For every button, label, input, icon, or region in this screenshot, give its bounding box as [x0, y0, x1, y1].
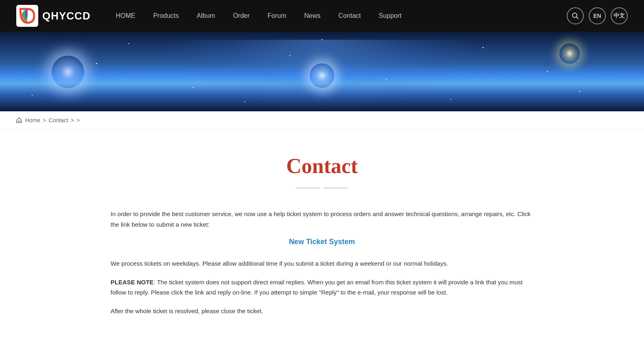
new-ticket-link[interactable]: New Ticket System [111, 238, 533, 246]
star-burst-center [310, 63, 334, 88]
page-title: Contact [111, 154, 533, 178]
search-button[interactable] [567, 7, 584, 24]
breadcrumb-sep1: > [43, 117, 46, 123]
nav-order[interactable]: Order [224, 0, 259, 32]
breadcrumb-contact[interactable]: Contact [49, 117, 68, 123]
home-breadcrumb-icon [16, 117, 22, 123]
nav-news[interactable]: News [295, 0, 329, 32]
breadcrumb-sep2: > [71, 117, 74, 123]
please-note-label: PLEASE NOTE [111, 279, 154, 286]
main-nav: HOME Products Album Order Forum News Con… [107, 0, 567, 32]
hero-banner [0, 32, 644, 111]
please-note-paragraph: PLEASE NOTE: The ticket system does not … [111, 277, 533, 298]
search-icon [572, 12, 579, 19]
weekday-note: We process tickets on weekdays. Please a… [111, 258, 533, 269]
nav-contact[interactable]: Contact [329, 0, 370, 32]
star-burst-right [559, 43, 580, 64]
breadcrumb: Home > Contact > > [0, 111, 644, 130]
breadcrumb-home[interactable]: Home [25, 117, 40, 123]
main-content: Contact In order to provide the best cus… [78, 130, 566, 353]
breadcrumb-sep3: > [76, 117, 80, 123]
nav-support[interactable]: Support [370, 0, 410, 32]
language-zh-button[interactable]: 中文 [611, 7, 628, 24]
logo-icon [16, 5, 38, 27]
divider-line-right [324, 188, 348, 188]
star-burst-left [52, 56, 84, 88]
divider-line-left [296, 188, 320, 188]
close-note: After the whole ticket is resolved, plea… [111, 306, 533, 316]
site-header: QHYCCD HOME Products Album Order Forum N… [0, 0, 644, 32]
nav-home[interactable]: HOME [107, 0, 144, 32]
logo-text: QHYCCD [42, 10, 91, 22]
title-divider [111, 188, 533, 188]
logo-link[interactable]: QHYCCD [16, 5, 91, 27]
please-note-text: : The ticket system does not support dir… [111, 279, 522, 296]
header-right-controls: EN 中文 [567, 7, 628, 24]
nav-products[interactable]: Products [144, 0, 188, 32]
intro-paragraph: In order to provide the best customer se… [111, 209, 533, 230]
nav-album[interactable]: Album [188, 0, 224, 32]
language-en-button[interactable]: EN [589, 7, 606, 24]
svg-line-2 [577, 17, 579, 19]
nav-forum[interactable]: Forum [259, 0, 295, 32]
